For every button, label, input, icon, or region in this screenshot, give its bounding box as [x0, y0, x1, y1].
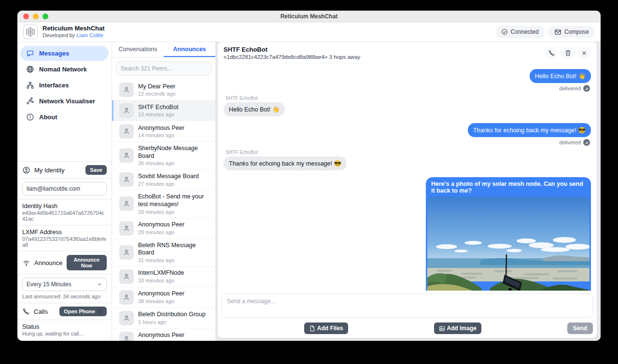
- connected-status-badge[interactable]: Connected: [495, 26, 545, 38]
- open-phone-button[interactable]: Open Phone: [59, 307, 107, 316]
- peer-search-input[interactable]: [116, 61, 211, 76]
- peer-list-item[interactable]: Anonymous Peer38 minutes ago: [112, 287, 215, 308]
- sidebar-item-nomad-network[interactable]: Nomad Network: [20, 62, 109, 77]
- message-list[interactable]: Hello Echo Bot! 👋 delivered SHTF EchoBot…: [218, 64, 597, 291]
- app-title: Reticulum MeshChat: [42, 25, 105, 32]
- attached-photo[interactable]: [427, 196, 590, 291]
- peer-name: Sovbit Message Board: [138, 173, 199, 181]
- announce-now-button[interactable]: Announce Now: [67, 255, 107, 270]
- peer-announce-time: 27 minutes ago: [138, 181, 199, 187]
- person-avatar-icon: [119, 172, 134, 187]
- chat-header: SHTF EchoBot <1dbc2281c4223c7a479de8cd8a…: [218, 42, 597, 64]
- peer-name: SHTF EchoBot: [138, 104, 178, 112]
- tab-announces[interactable]: Announces: [164, 42, 215, 57]
- peer-list-item[interactable]: Anonymous Peer28 minutes ago: [112, 218, 215, 239]
- message-bubble: Hello Echo Bot! 👋: [224, 102, 285, 116]
- add-files-label: Add Files: [317, 325, 343, 332]
- network-graph-icon: [26, 97, 34, 105]
- peer-list-item[interactable]: Sovbit Message Board27 minutes ago: [112, 169, 215, 190]
- peer-name: My Dear Peer: [138, 83, 176, 91]
- person-avatar-icon: [119, 103, 134, 118]
- sidebar-item-label: About: [39, 113, 57, 121]
- outgoing-message: Thanks for echoing back my message! 😎 de…: [468, 123, 591, 146]
- add-files-button[interactable]: Add Files: [304, 322, 348, 334]
- delivered-check-icon: [583, 85, 590, 92]
- developer-link[interactable]: Liam Cottle: [76, 32, 103, 38]
- message-bubble: Hello Echo Bot! 👋: [530, 69, 591, 83]
- peer-announce-time: 38 minutes ago: [138, 298, 184, 304]
- image-icon: [439, 325, 445, 332]
- person-avatar-icon: [119, 196, 134, 211]
- wifi-icon: [22, 259, 30, 267]
- peer-list[interactable]: My Dear Peer12 seconds agoSHTF EchoBot13…: [112, 80, 215, 341]
- person-avatar-icon: [119, 83, 134, 97]
- person-avatar-icon: [119, 124, 134, 139]
- file-icon: [309, 325, 315, 332]
- message-input[interactable]: [222, 294, 593, 318]
- call-status-value: Hung up, waiting for call...: [22, 331, 107, 336]
- app-window: Reticulum MeshChat Reticulum MeshChat De…: [17, 11, 601, 341]
- info-circle-icon: [26, 113, 34, 121]
- delivered-check-icon: [583, 139, 590, 146]
- call-peer-button[interactable]: [545, 46, 558, 60]
- peer-list-item[interactable]: SHTF EchoBot13 minutes ago: [112, 100, 215, 121]
- add-image-label: Add Image: [447, 325, 477, 332]
- delete-conversation-button[interactable]: [561, 46, 575, 60]
- chat-bubble-icon: [26, 49, 34, 57]
- person-avatar-icon: [119, 221, 134, 236]
- chat-panel: SHTF EchoBot <1dbc2281c4223c7a479de8cd8a…: [218, 42, 597, 338]
- peer-name: Anonymous Peer: [138, 125, 184, 132]
- developed-by-prefix: Developed by: [42, 32, 75, 38]
- identity-panel: My Identity Save Identity Hash e49ac4d5b…: [17, 161, 112, 341]
- peer-announce-time: 14 minutes ago: [138, 132, 184, 138]
- tab-conversations[interactable]: Conversations: [112, 42, 164, 57]
- peer-list-item[interactable]: Anonymous Peer1 hours ago: [112, 329, 215, 341]
- outgoing-message: Hello Echo Bot! 👋 delivered: [530, 69, 591, 92]
- call-status-label: Status: [22, 323, 107, 330]
- announce-title: Announce: [34, 259, 63, 266]
- peers-panel: Conversations Announces My Dear Peer12 s…: [112, 42, 216, 341]
- person-avatar-icon: [119, 245, 134, 260]
- announce-interval-value: Every 15 Minutes: [27, 281, 71, 288]
- delivered-label: delivered: [559, 85, 581, 91]
- peer-list-item[interactable]: SherbyNode Message Board26 minutes ago: [112, 142, 215, 169]
- sidebar-item-messages[interactable]: Messages: [20, 46, 109, 61]
- person-avatar-icon: [119, 148, 134, 163]
- peer-list-item[interactable]: My Dear Peer12 seconds ago: [112, 80, 215, 100]
- peer-announce-time: 13 minutes ago: [138, 112, 178, 117]
- peer-list-item[interactable]: EchoBot - Send me your test messages!28 …: [112, 190, 215, 218]
- phone-icon: [548, 49, 555, 56]
- titlebar: Reticulum MeshChat: [17, 11, 601, 22]
- person-avatar-icon: [119, 269, 134, 284]
- save-button[interactable]: Save: [85, 165, 107, 175]
- composer: Add Files Add Image Send: [218, 291, 597, 338]
- peer-list-item[interactable]: Anonymous Peer14 minutes ago: [112, 121, 215, 142]
- last-announced-text: Last announced: 34 seconds ago: [22, 294, 107, 299]
- peer-list-item[interactable]: InternLXMFNode33 minutes ago: [112, 266, 215, 287]
- peer-name: Anonymous Peer: [138, 221, 184, 229]
- peer-list-item[interactable]: Beleth RNS Message Board31 minutes ago: [112, 239, 215, 266]
- peer-name: InternLXMFNode: [138, 269, 184, 277]
- announce-interval-select[interactable]: Every 15 Minutes: [22, 278, 107, 291]
- identity-name-input[interactable]: [22, 182, 107, 196]
- envelope-icon: [554, 28, 562, 36]
- peer-announce-time: 1 hours ago: [138, 319, 206, 325]
- check-circle-icon: [501, 28, 508, 35]
- peer-announce-time: 31 minutes ago: [138, 257, 211, 263]
- close-chat-button[interactable]: [577, 46, 591, 60]
- compose-label: Compose: [564, 28, 589, 35]
- add-image-button[interactable]: Add Image: [434, 322, 481, 334]
- compose-button[interactable]: Compose: [548, 26, 595, 38]
- sidebar-item-network-visualiser[interactable]: Network Visualiser: [20, 94, 109, 109]
- sidebar-item-about[interactable]: About: [20, 110, 109, 125]
- send-button[interactable]: Send: [567, 322, 593, 334]
- chat-peer-address: <1dbc2281c4223c7a479de8cd8a988ae4> 3 hop…: [224, 54, 360, 60]
- connected-label: Connected: [511, 28, 539, 35]
- peer-list-item[interactable]: Beleth Distribution Group1 hours ago: [112, 308, 215, 329]
- peer-name: EchoBot - Send me your test messages!: [138, 193, 211, 208]
- window-title: Reticulum MeshChat: [17, 13, 601, 20]
- my-identity-title: My Identity: [34, 167, 65, 174]
- sidebar-item-interfaces[interactable]: Interfaces: [20, 78, 109, 93]
- trash-icon: [564, 49, 572, 56]
- calls-title: Calls: [34, 308, 48, 315]
